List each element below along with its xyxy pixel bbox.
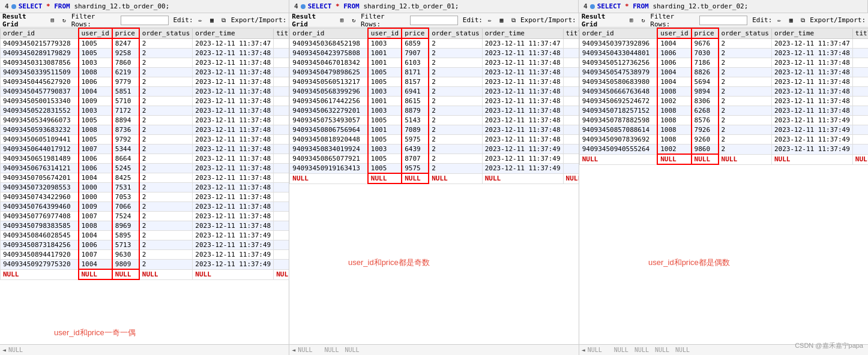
table-cell: 7030 [692,49,719,58]
table-cell: 2023-12-11 11:37:48 [482,116,563,125]
table-cell: 2023-12-11 11:37:48 [193,68,274,77]
grid-icon-3[interactable]: ⊞ [627,16,636,25]
table-cell: 94093450907839692 [579,135,657,145]
table-cell [274,125,289,135]
table-cell: 2 [429,116,482,125]
table-cell: 94093450798383585 [1,221,79,231]
table-cell [852,106,868,116]
table-row: 940934505683992961003694122023-12-11 11:… [290,87,579,97]
table-cell: 8576 [692,116,719,125]
table-cell: 94093450339511509 [1,68,79,77]
table-cell [274,49,289,58]
table-cell: 2023-12-11 11:37:47 [772,38,853,49]
result-grid-label-1: Result Grid [2,13,45,28]
table-row: 940934509078396921008926022023-12-11 11:… [579,135,868,145]
table-cell: 5245 [112,164,139,173]
table-cell: 2 [429,125,482,135]
table-cell: 2023-12-11 11:37:48 [482,58,563,68]
query-tab-2[interactable]: 4 SELECT * FROM sharding_12.tb_order_01; [289,0,579,13]
refresh-icon-2[interactable]: ↻ [349,16,358,25]
table-cell: 2 [429,87,482,97]
nav-prev-1[interactable]: ◄ [2,347,6,353]
th-time-2: order_time [482,28,563,38]
refresh-icon-1[interactable]: ↻ [59,16,69,25]
nav-prev-2[interactable]: ◄ [292,347,295,353]
grid-1: order_id user_id price order_status orde… [0,28,289,344]
grid-2: order_id user_id price order_status orde… [289,28,578,344]
table-cell: 7524 [112,212,139,221]
table-cell [563,106,579,116]
copy-icon-3[interactable]: ⧉ [798,16,808,25]
table-cell: 1008 [657,116,691,125]
null-row: NULLNULLNULLNULLNULLNULL [579,154,868,164]
table-cell: 1006 [657,58,691,68]
table-cell [274,231,289,240]
table-cell: 2 [139,49,193,58]
table-cell: 2 [429,38,482,49]
table-cell: 94093450865077921 [290,154,368,164]
table-cell: 2 [139,260,193,270]
tab-num-2: 4 [294,2,298,10]
table-cell: 2023-12-11 11:37:49 [193,250,274,260]
table-cell: 2023-12-11 11:37:48 [482,125,563,135]
nav-prev-3[interactable]: ◄ [582,347,585,353]
edit-icon-3[interactable]: ✏ [774,16,784,25]
table-cell: 1005 [368,116,402,125]
query-tab-1[interactable]: 4 SELECT * FROM sharding_12.tb_order_00; [0,0,289,13]
table-cell [274,135,289,145]
table-cell [274,68,289,77]
table-row: 940934504577908371004585122023-12-11 11:… [1,87,289,97]
table-icon-2[interactable]: ▦ [497,16,507,25]
filter-label-3: Filter Rows: [650,13,697,28]
table-cell: 2023-12-11 11:37:48 [482,49,563,58]
table-row: 940934507534930571005514322023-12-11 11:… [290,116,579,125]
tab-dot-3 [590,4,595,9]
table-2: order_id user_id price order_status orde… [289,28,578,184]
table-cell: 94093450632279201 [290,106,368,116]
table-cell: 8306 [692,97,719,106]
table-cell: 8879 [402,106,429,116]
filter-input-2[interactable] [410,16,458,25]
table-icon-3[interactable]: ▦ [786,16,796,25]
table-cell: 94093450651981489 [1,154,79,164]
filter-input-1[interactable] [121,16,169,25]
annotation-panel1: user_id和price一奇一偶 [54,327,136,338]
table-cell: 9779 [112,77,139,87]
table-cell: 2 [139,135,193,145]
table-cell: 8736 [112,125,139,135]
table-icon-1[interactable]: ▦ [207,16,217,25]
refresh-icon-3[interactable]: ↻ [639,16,648,25]
th-title-3: title [852,28,868,38]
copy-icon-2[interactable]: ⧉ [508,16,518,25]
table-cell [563,58,579,68]
table-cell: 2 [139,192,193,202]
table-row: 940934508570886141008792622023-12-11 11:… [579,125,868,135]
table-cell: 94093450457790837 [1,87,79,97]
table-row: 940934507320985531000753122023-12-11 11:… [1,183,289,192]
table-row: 940934509191634131005957522023-12-11 11:… [290,164,579,174]
table-cell: 2 [429,135,482,145]
query-tab-3[interactable]: 4 SELECT * FROM sharding_12.tb_order_02; [579,0,868,13]
table-cell: 94093450894417920 [1,250,79,260]
table-row: 940934506519814891006866422023-12-11 11:… [1,154,289,164]
table-cell: 2023-12-11 11:37:49 [193,260,274,270]
edit-icon-1[interactable]: ✏ [196,16,205,25]
null-indicator-2b: NULL [324,347,339,353]
null-cell: NULL [402,173,429,183]
table-cell: 5713 [112,240,139,250]
table-cell: 1001 [368,49,402,58]
table-cell: 2023-12-11 11:37:48 [193,212,274,221]
table-cell: 2023-12-11 11:37:48 [193,183,274,192]
table-row: 940934507878825981008857622023-12-11 11:… [579,116,868,125]
table-cell: 1007 [79,250,112,260]
null-indicator-2c: NULL [345,347,360,353]
edit-icon-2[interactable]: ✏ [485,16,495,25]
table-cell: 94093450676314121 [1,164,79,173]
grid-icon-1[interactable]: ⊞ [47,16,57,25]
table-cell: 1004 [79,260,112,270]
table-row: 940934506174422561001861522023-12-11 11:… [290,97,579,106]
copy-icon-1[interactable]: ⧉ [219,16,229,25]
grid-icon-2[interactable]: ⊞ [337,16,347,25]
table-cell: 94093450873184256 [1,240,79,250]
filter-input-3[interactable] [699,16,747,25]
